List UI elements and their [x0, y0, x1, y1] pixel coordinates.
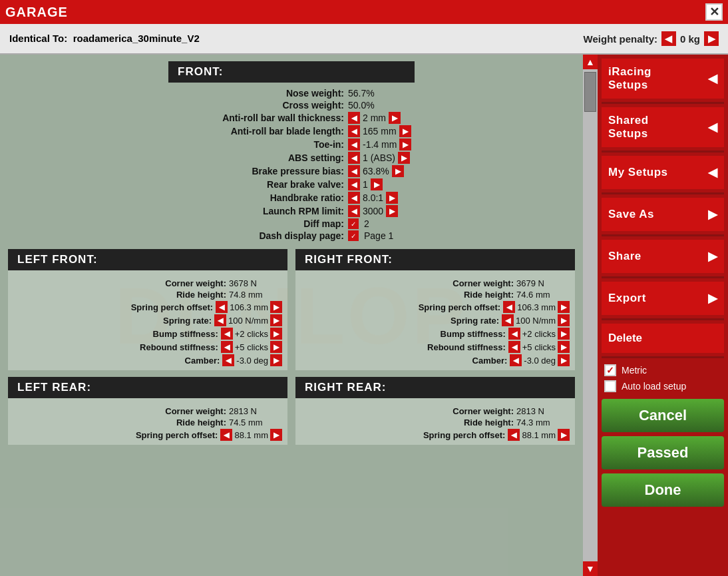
weight-decrease-btn[interactable]: ◀	[661, 31, 676, 46]
scroll-thumb[interactable]	[584, 72, 596, 112]
field-increase-btn[interactable]: ▶	[270, 301, 282, 313]
field-decrease-btn[interactable]: ◀	[503, 301, 515, 313]
my-setups-button[interactable]: My Setups ◀	[602, 156, 724, 189]
field-value-text: 165 mm	[363, 126, 397, 137]
field-row: Anti-roll bar blade length:◀165 mm▶	[168, 125, 415, 137]
field-value: ◀+2 clicks▶	[508, 328, 570, 340]
share-label: Share	[608, 250, 641, 263]
done-button[interactable]: Done	[602, 473, 724, 507]
field-increase-btn[interactable]: ▶	[399, 139, 411, 150]
delete-label: Delete	[608, 332, 642, 344]
field-decrease-btn[interactable]: ◀	[348, 125, 360, 137]
field-value: ◀+2 clicks▶	[221, 328, 282, 340]
field-decrease-btn[interactable]: ◀	[348, 112, 360, 124]
field-increase-btn[interactable]: ▶	[399, 125, 411, 137]
save-as-button[interactable]: Save As ▶	[602, 198, 724, 231]
field-decrease-btn[interactable]: ◀	[508, 429, 520, 441]
field-increase-btn[interactable]: ▶	[558, 314, 570, 326]
share-button[interactable]: Share ▶	[602, 240, 724, 273]
field-value-text: Page 1	[364, 230, 393, 241]
right-front-fields: Corner weight:3679 NRide height:74.6 mmS…	[295, 276, 575, 370]
field-increase-btn[interactable]: ▶	[558, 429, 570, 441]
scroll-up-btn[interactable]: ▲	[583, 55, 598, 69]
field-increase-btn[interactable]: ▶	[270, 328, 282, 340]
field-label: Bump stiffness:	[13, 329, 218, 339]
field-increase-btn[interactable]: ▶	[371, 178, 383, 190]
scroll-down-btn[interactable]: ▼	[583, 561, 598, 576]
identical-label: Identical To:	[9, 33, 67, 44]
field-increase-btn[interactable]: ▶	[398, 152, 410, 164]
field-decrease-btn[interactable]: ◀	[502, 314, 514, 326]
field-increase-btn[interactable]: ▶	[270, 341, 282, 353]
metric-option[interactable]: ✓ Metric	[604, 364, 721, 376]
field-decrease-btn[interactable]: ◀	[220, 429, 232, 441]
field-increase-btn[interactable]: ▶	[386, 205, 398, 217]
field-label: Toe-in:	[168, 139, 344, 150]
field-increase-btn[interactable]: ▶	[270, 429, 282, 441]
field-label: Corner weight:	[13, 406, 226, 416]
field-value: ◀88.1 mm▶	[508, 429, 570, 441]
shared-setups-label: SharedSetups	[608, 114, 649, 141]
field-decrease-btn[interactable]: ◀	[508, 328, 520, 340]
field-value: ◀-3.0 deg▶	[222, 354, 282, 366]
field-checkbox-icon: ✓	[348, 230, 359, 241]
passed-button[interactable]: Passed	[602, 436, 724, 469]
field-decrease-btn[interactable]: ◀	[508, 341, 520, 353]
field-decrease-btn[interactable]: ◀	[348, 165, 360, 177]
left-front-section: LEFT FRONT: Corner weight:3678 NRide hei…	[8, 249, 287, 370]
field-increase-btn[interactable]: ▶	[558, 301, 570, 313]
field-increase-btn[interactable]: ▶	[392, 165, 404, 177]
field-value: ◀+5 clicks▶	[221, 341, 282, 353]
field-decrease-btn[interactable]: ◀	[348, 178, 360, 190]
field-value-text: 88.1 mm	[522, 430, 556, 440]
close-button[interactable]: ✕	[705, 3, 723, 21]
field-decrease-btn[interactable]: ◀	[222, 354, 234, 366]
field-decrease-btn[interactable]: ◀	[221, 341, 233, 353]
scroll-track[interactable]	[583, 69, 598, 561]
cancel-button[interactable]: Cancel	[602, 399, 724, 432]
iracing-setups-button[interactable]: iRacingSetups ◀	[602, 59, 724, 99]
field-value-text: +5 clicks	[235, 342, 268, 352]
field-decrease-btn[interactable]: ◀	[510, 354, 522, 366]
metric-checkbox[interactable]: ✓	[604, 364, 616, 376]
field-increase-btn[interactable]: ▶	[389, 112, 401, 124]
export-button[interactable]: Export ▶	[602, 282, 724, 315]
field-row: Rebound stiffness:◀+5 clicks▶	[13, 341, 282, 353]
my-setups-label: My Setups	[608, 166, 668, 179]
field-increase-btn[interactable]: ▶	[558, 328, 570, 340]
auto-load-option[interactable]: Auto load setup	[604, 380, 721, 392]
field-decrease-btn[interactable]: ◀	[348, 139, 360, 150]
field-decrease-btn[interactable]: ◀	[214, 314, 226, 326]
shared-setups-arrow-icon: ◀	[708, 120, 718, 135]
field-value: ✓2	[348, 218, 415, 229]
field-decrease-btn[interactable]: ◀	[348, 152, 360, 164]
weight-increase-btn[interactable]: ▶	[704, 31, 719, 46]
scrollbar[interactable]: ▲ ▼	[583, 55, 598, 576]
right-front-header: RIGHT FRONT:	[295, 249, 575, 270]
field-value: ◀-1.4 mm▶	[348, 139, 415, 150]
field-value-text: 100 N/mm	[516, 316, 556, 326]
field-increase-btn[interactable]: ▶	[270, 354, 282, 366]
auto-load-label: Auto load setup	[622, 381, 686, 392]
field-decrease-btn[interactable]: ◀	[221, 328, 233, 340]
field-decrease-btn[interactable]: ◀	[216, 301, 228, 313]
separator-2	[602, 150, 724, 152]
field-increase-btn[interactable]: ▶	[270, 314, 282, 326]
field-row: Toe-in:◀-1.4 mm▶	[168, 139, 415, 150]
auto-load-checkbox[interactable]	[604, 380, 616, 392]
delete-button[interactable]: Delete	[602, 324, 724, 353]
field-increase-btn[interactable]: ▶	[386, 192, 398, 204]
weight-label: Weight penalty:	[584, 33, 657, 45]
field-label: Spring perch offset:	[13, 302, 213, 312]
field-decrease-btn[interactable]: ◀	[348, 192, 360, 204]
field-row: Handbrake ratio:◀8.0:1▶	[168, 192, 415, 204]
field-increase-btn[interactable]: ▶	[558, 341, 570, 353]
shared-setups-button[interactable]: SharedSetups ◀	[602, 107, 724, 147]
field-value: 50.0%	[348, 100, 415, 111]
field-label: Rebound stiffness:	[301, 342, 506, 352]
field-increase-btn[interactable]: ▶	[558, 354, 570, 366]
field-row: Ride height:74.5 mm	[13, 418, 282, 428]
field-decrease-btn[interactable]: ◀	[348, 205, 360, 217]
field-label: Spring perch offset:	[301, 302, 500, 312]
field-value-text: 100 N/mm	[228, 316, 268, 326]
